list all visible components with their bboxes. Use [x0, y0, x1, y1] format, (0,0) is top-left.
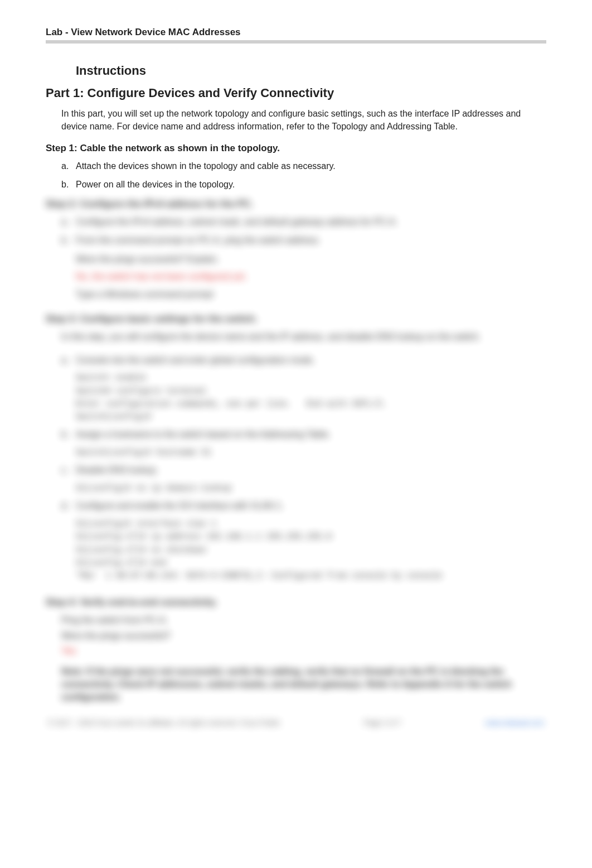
step4-line2: Were the pings successful? — [61, 629, 546, 642]
step4-heading: Step 4: Verify end-to-end connectivity. — [46, 597, 546, 608]
list-item: a. Attach the devices shown in the topol… — [61, 160, 546, 173]
step2-heading: Step 2: Configure the IPv4 address for t… — [46, 199, 546, 210]
list-marker: a. — [61, 215, 69, 229]
list-item: a. Console into the switch and enter glo… — [61, 354, 546, 368]
list-text: Power on all the devices in the topology… — [76, 180, 235, 189]
step2-answer: No, the switch has not been configured y… — [76, 269, 546, 284]
list-item: c. Disable DNS lookup. — [61, 464, 546, 478]
instructions-heading: Instructions — [76, 64, 546, 78]
step4-answer: Yes — [61, 644, 546, 657]
list-text: Assign a hostname to the switch based on… — [76, 430, 331, 439]
step3-heading: Step 3: Configure basic settings for the… — [46, 314, 546, 325]
list-marker: d. — [61, 499, 69, 513]
list-marker: a. — [61, 160, 69, 173]
list-item: b. Assign a hostname to the switch based… — [61, 428, 546, 442]
locked-content: Step 2: Configure the IPv4 address for t… — [46, 199, 546, 727]
document-title: Lab - View Network Device MAC Addresses — [46, 27, 546, 40]
step3-list: a. Console into the switch and enter glo… — [61, 354, 546, 368]
footer-left: © 2017 - 2019 Cisco and/or its affiliate… — [48, 718, 280, 727]
code-block-b: Switch(config)# hostname S1 — [76, 446, 546, 459]
list-item: a. Configure the IPv4 address, subnet ma… — [61, 215, 546, 229]
list-text: Configure the IPv4 address, subnet mask,… — [76, 217, 397, 226]
list-text: Configure and enable the SVI interface w… — [76, 501, 284, 510]
step4-line1: Ping the switch from PC-A. — [61, 614, 546, 626]
list-text: Attach the devices shown in the topology… — [76, 161, 336, 171]
step4-note: Note: If the pings were not successful, … — [61, 665, 546, 704]
list-text: From the command prompt on PC-A, ping th… — [76, 235, 320, 245]
step3-intro: In this step, you will configure the dev… — [61, 330, 546, 343]
step1-heading: Step 1: Cable the network as shown in th… — [46, 143, 546, 154]
part-intro: In this part, you will set up the networ… — [61, 107, 546, 133]
step3-list-c: c. Disable DNS lookup. — [61, 464, 546, 478]
page-footer: © 2017 - 2019 Cisco and/or its affiliate… — [46, 718, 546, 727]
part-heading: Part 1: Configure Devices and Verify Con… — [46, 86, 546, 100]
list-marker: a. — [61, 354, 69, 368]
step2-question: Were the pings successful? Explain. — [76, 252, 546, 267]
list-item: d. Configure and enable the SVI interfac… — [61, 499, 546, 513]
list-text: Console into the switch and enter global… — [76, 355, 315, 365]
list-item: b. Power on all the devices in the topol… — [61, 178, 546, 192]
code-block-c: S1(config)# no ip domain-lookup — [76, 482, 546, 495]
step2-list: a. Configure the IPv4 address, subnet ma… — [61, 215, 546, 248]
step3-list-b: b. Assign a hostname to the switch based… — [61, 428, 546, 442]
list-text: Disable DNS lookup. — [76, 465, 158, 475]
step3-list-d: d. Configure and enable the SVI interfac… — [61, 499, 546, 513]
footer-center: Page 2 of 7 — [364, 718, 401, 727]
list-marker: b. — [61, 234, 69, 248]
code-block-a: Switch> enable Switch# configure termina… — [76, 372, 546, 423]
header-rule — [46, 40, 546, 44]
step2-hint: Type a Windows command prompt — [76, 287, 546, 302]
list-marker: b. — [61, 428, 69, 442]
footer-right: www.netacad.com — [486, 718, 545, 727]
code-block-d: S1(config)# interface vlan 1 S1(config-i… — [76, 518, 546, 582]
document-header: Lab - View Network Device MAC Addresses — [46, 27, 546, 44]
list-marker: c. — [61, 464, 68, 478]
list-item: b. From the command prompt on PC-A, ping… — [61, 234, 546, 248]
list-marker: b. — [61, 178, 69, 192]
step1-list: a. Attach the devices shown in the topol… — [61, 160, 546, 192]
